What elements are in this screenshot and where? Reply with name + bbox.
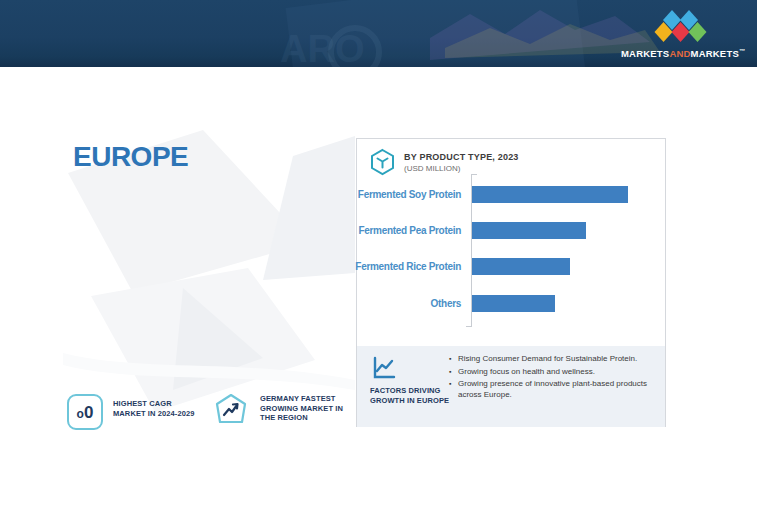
logo-trademark: ™ bbox=[739, 48, 745, 54]
growth-arrow-house-icon bbox=[212, 392, 250, 430]
logo-and: AND bbox=[669, 48, 690, 59]
region-title: EUROPE bbox=[73, 141, 188, 173]
chart-axis-tick bbox=[471, 174, 477, 175]
badge-text-line: THE REGION bbox=[260, 413, 343, 423]
infographic-canvas: ARO MARKETSANDMARKETS™ EUROPE o0 HIGHEST… bbox=[0, 0, 757, 530]
badge-germany-fastest-text: GERMANY FASTEST GROWING MARKET IN THE RE… bbox=[260, 392, 343, 423]
chart-subtitle: (USD MILLION) bbox=[404, 164, 519, 173]
badge-text-line: GROWING MARKET IN bbox=[260, 404, 343, 414]
logo-markets1: MARKETS bbox=[621, 48, 669, 59]
chart-panel-header: BY PRODUCT TYPE, 2023 (USD MILLION) bbox=[369, 148, 519, 176]
chart-panel: BY PRODUCT TYPE, 2023 (USD MILLION) Ferm… bbox=[356, 138, 666, 427]
logo-markets2: MARKETS bbox=[691, 48, 739, 59]
cagr-icon-digit-large: 0 bbox=[84, 403, 93, 422]
bar-row: Fermented Soy Protein bbox=[357, 186, 663, 203]
bar-label: Fermented Rice Protein bbox=[343, 258, 461, 275]
bar-label: Fermented Pea Protein bbox=[343, 222, 461, 239]
badge-text-line: GERMANY FASTEST bbox=[260, 394, 343, 404]
bar-row: Others bbox=[357, 295, 663, 312]
badge-text-line: HIGHEST CAGR bbox=[113, 399, 195, 409]
badge-germany-fastest: GERMANY FASTEST GROWING MARKET IN THE RE… bbox=[212, 392, 343, 430]
svg-text:ARO: ARO bbox=[280, 28, 364, 67]
factors-label: FACTORS DRIVING GROWTH IN EUROPE bbox=[370, 386, 456, 405]
factors-bullet: Rising Consumer Demand for Sustainable P… bbox=[449, 354, 663, 365]
factors-bullet: Growing focus on health and wellness. bbox=[449, 367, 663, 378]
bar bbox=[472, 222, 586, 239]
line-chart-icon bbox=[371, 355, 397, 381]
factors-section: FACTORS DRIVING GROWTH IN EUROPE Rising … bbox=[357, 346, 665, 427]
marketsandmarkets-logo: MARKETSANDMARKETS™ bbox=[621, 8, 739, 60]
bar bbox=[472, 186, 628, 203]
cagr-digits-icon: o0 bbox=[67, 394, 103, 430]
chart-axis-tick bbox=[466, 326, 472, 327]
bar-row: Fermented Rice Protein bbox=[357, 258, 663, 275]
bar-label: Fermented Soy Protein bbox=[343, 186, 461, 203]
factors-bullet: Growing presence of innovative plant-bas… bbox=[449, 379, 663, 400]
bar-row: Fermented Pea Protein bbox=[357, 222, 663, 239]
header-banner: ARO MARKETSANDMARKETS™ bbox=[0, 0, 757, 67]
bar bbox=[472, 295, 555, 312]
chart-title: BY PRODUCT TYPE, 2023 bbox=[404, 152, 519, 162]
factors-bullet-list: Rising Consumer Demand for Sustainable P… bbox=[449, 354, 663, 402]
europe-map-watermark bbox=[63, 128, 355, 430]
badge-highest-cagr-text: HIGHEST CAGR MARKET IN 2024-2029 bbox=[113, 394, 195, 418]
cagr-icon-digit-small: o bbox=[77, 407, 84, 421]
badge-highest-cagr: o0 HIGHEST CAGR MARKET IN 2024-2029 bbox=[67, 394, 195, 430]
cube-hexagon-icon bbox=[369, 148, 396, 176]
badge-text-line: MARKET IN 2024-2029 bbox=[113, 409, 195, 419]
bar-label: Others bbox=[343, 295, 461, 312]
bar bbox=[472, 258, 570, 275]
logo-diamonds-icon bbox=[621, 8, 739, 48]
logo-wordmark: MARKETSANDMARKETS™ bbox=[621, 48, 739, 59]
